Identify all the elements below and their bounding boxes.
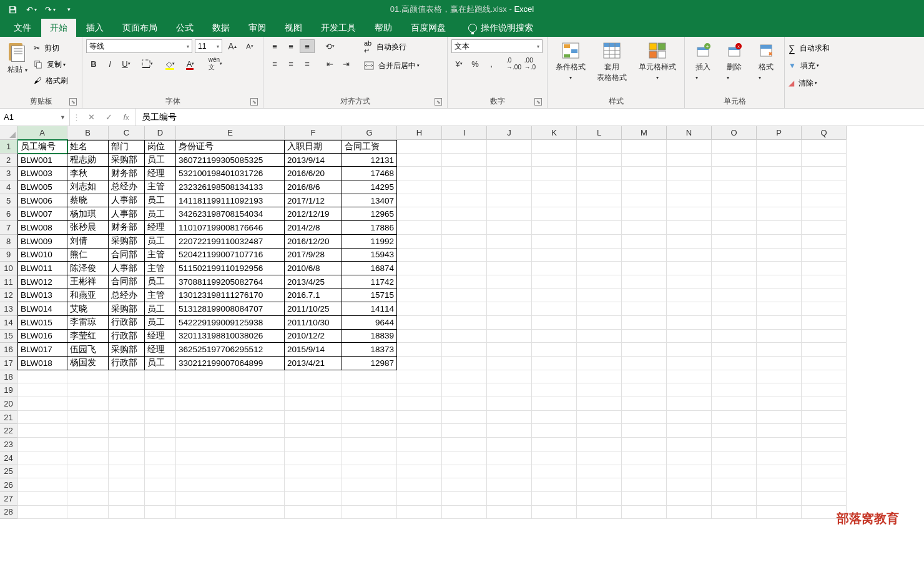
cell[interactable] <box>67 506 109 520</box>
cell[interactable]: 232326198508134133 <box>176 180 285 194</box>
cell[interactable] <box>622 330 667 343</box>
cell[interactable] <box>442 343 487 357</box>
cell[interactable] <box>667 343 712 357</box>
cell[interactable] <box>487 478 532 492</box>
cell[interactable] <box>757 411 802 425</box>
cell[interactable] <box>757 397 802 411</box>
align-center-icon[interactable]: ≡ <box>283 57 298 71</box>
cell[interactable]: BLW011 <box>17 262 67 275</box>
cell[interactable]: 17468 <box>342 167 397 180</box>
increase-decimal-icon[interactable]: .0→.00 <box>506 57 521 71</box>
cell[interactable] <box>577 302 622 316</box>
cell[interactable]: 16874 <box>342 262 397 275</box>
cell[interactable] <box>667 302 712 316</box>
cell[interactable]: 362525197706295512 <box>176 343 285 357</box>
name-box[interactable]: A1▼ <box>0 109 70 126</box>
cell[interactable] <box>67 411 109 425</box>
cell[interactable] <box>667 154 712 167</box>
number-launcher-icon[interactable]: ⬊ <box>534 98 542 106</box>
cell[interactable] <box>757 316 802 330</box>
cell[interactable] <box>667 235 712 249</box>
cell[interactable] <box>285 397 342 411</box>
row-header[interactable]: 23 <box>0 438 17 451</box>
cell[interactable] <box>17 438 67 451</box>
tab-视图[interactable]: 视图 <box>276 19 311 37</box>
cell[interactable] <box>442 316 487 330</box>
col-header-B[interactable]: B <box>67 126 109 140</box>
cell[interactable] <box>622 140 667 154</box>
cell[interactable] <box>577 316 622 330</box>
cell[interactable] <box>397 180 442 194</box>
cell[interactable] <box>577 330 622 343</box>
cell[interactable] <box>67 438 109 451</box>
cell[interactable]: 行政部 <box>109 330 145 343</box>
cell[interactable]: 141181199111092193 <box>176 194 285 208</box>
cell[interactable]: 杨国发 <box>67 357 109 370</box>
cell[interactable]: 14295 <box>342 180 397 194</box>
cell[interactable] <box>577 424 622 438</box>
cell[interactable] <box>712 357 757 370</box>
cell[interactable] <box>667 194 712 208</box>
cell[interactable]: 和燕亚 <box>67 289 109 303</box>
tab-百度网盘[interactable]: 百度网盘 <box>402 19 455 37</box>
cell[interactable] <box>285 411 342 425</box>
cell[interactable]: 12987 <box>342 357 397 370</box>
cell[interactable] <box>757 383 802 397</box>
cell[interactable]: BLW012 <box>17 275 67 289</box>
increase-indent-icon[interactable]: ⇥ <box>338 57 353 71</box>
cell[interactable]: 2014/2/8 <box>285 221 342 235</box>
col-header-F[interactable]: F <box>285 126 342 140</box>
cell[interactable]: 采购部 <box>109 235 145 249</box>
cell[interactable] <box>397 438 442 451</box>
cell[interactable] <box>442 478 487 492</box>
cell[interactable] <box>757 357 802 370</box>
cell[interactable] <box>577 370 622 384</box>
cell[interactable] <box>397 262 442 275</box>
cell[interactable] <box>577 438 622 451</box>
cell[interactable]: BLW009 <box>17 235 67 249</box>
cell[interactable] <box>667 506 712 520</box>
cell[interactable]: 12965 <box>342 207 397 221</box>
cell[interactable] <box>577 411 622 425</box>
cell[interactable] <box>757 330 802 343</box>
cell[interactable] <box>17 492 67 506</box>
cell[interactable] <box>487 249 532 262</box>
cell[interactable] <box>487 221 532 235</box>
row-header[interactable]: 25 <box>0 465 17 479</box>
delete-cells-button[interactable]: ×删除▾ <box>720 39 748 82</box>
font-size-combo[interactable]: 11▾ <box>195 39 222 53</box>
cell[interactable] <box>667 492 712 506</box>
align-left-icon[interactable]: ≡ <box>267 57 282 71</box>
cell[interactable] <box>532 424 577 438</box>
underline-button[interactable]: U ▾ <box>119 57 134 71</box>
cell[interactable] <box>622 478 667 492</box>
cell[interactable]: 经理 <box>145 221 176 235</box>
cell[interactable] <box>487 180 532 194</box>
cell[interactable] <box>397 289 442 303</box>
cell[interactable] <box>442 506 487 520</box>
cell[interactable] <box>487 424 532 438</box>
cell[interactable] <box>667 316 712 330</box>
cell[interactable]: 员工编号 <box>17 140 67 154</box>
cell[interactable] <box>757 194 802 208</box>
cell[interactable] <box>577 357 622 370</box>
cell[interactable] <box>17 411 67 425</box>
select-all-corner[interactable] <box>0 126 17 140</box>
cell[interactable]: 身份证号 <box>176 140 285 154</box>
cell[interactable] <box>109 397 145 411</box>
cell[interactable] <box>712 424 757 438</box>
row-header[interactable]: 21 <box>0 411 17 425</box>
align-right-icon[interactable]: ≡ <box>300 57 315 71</box>
cell[interactable]: 12131 <box>342 154 397 167</box>
cell[interactable] <box>757 451 802 465</box>
cell[interactable] <box>176 492 285 506</box>
wrap-text-button[interactable]: ab↵ 自动换行 <box>364 39 420 54</box>
cut-button[interactable]: ✂ 剪切 <box>34 41 68 56</box>
cell[interactable]: 经理 <box>145 167 176 180</box>
cell[interactable] <box>176 506 285 520</box>
cell[interactable] <box>802 221 847 235</box>
cell[interactable]: BLW016 <box>17 330 67 343</box>
cell[interactable] <box>802 249 847 262</box>
cell[interactable] <box>67 370 109 384</box>
cell[interactable] <box>532 465 577 479</box>
